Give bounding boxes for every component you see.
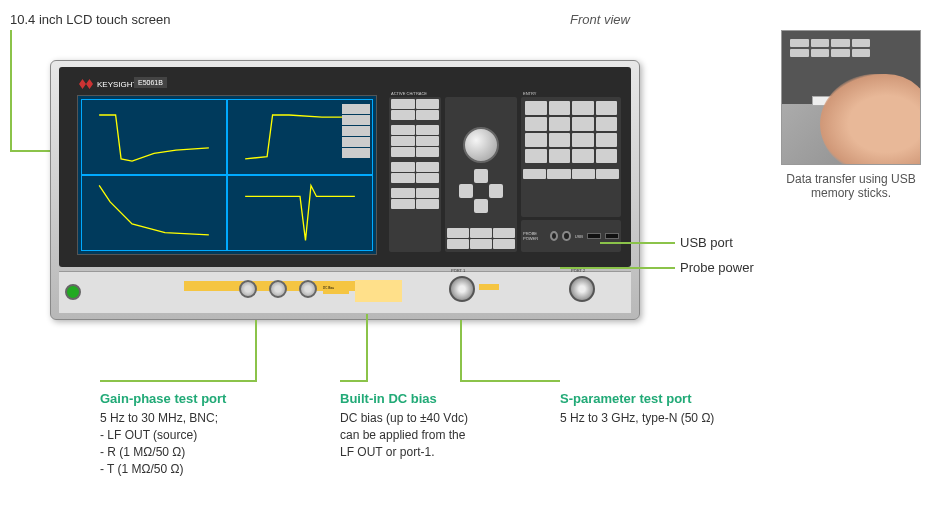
- arrow-up-button[interactable]: [474, 169, 488, 183]
- arrow-right-button[interactable]: [489, 184, 503, 198]
- preset-button[interactable]: [596, 169, 619, 179]
- keypad-key[interactable]: [549, 101, 571, 115]
- keypad-key[interactable]: [549, 149, 571, 163]
- power-button[interactable]: [65, 284, 81, 300]
- dc-bias-label: DC Bias: [323, 286, 349, 294]
- panel-button[interactable]: [447, 228, 469, 238]
- panel-button[interactable]: [391, 147, 415, 157]
- port-1-label: PORT 1: [451, 268, 465, 273]
- bnc-connector-t[interactable]: [239, 280, 257, 298]
- inset-button: [790, 39, 809, 47]
- panel-button[interactable]: [391, 125, 415, 135]
- trace-pane-2[interactable]: [227, 99, 373, 175]
- dc-bias-callout: Built-in DC bias DC bias (up to ±40 Vdc)…: [340, 390, 530, 461]
- lcd-callout-label: 10.4 inch LCD touch screen: [10, 12, 170, 27]
- panel-button[interactable]: [416, 147, 440, 157]
- gain-phase-callout: Gain-phase test port 5 Hz to 30 MHz, BNC…: [100, 390, 300, 477]
- type-n-port-2[interactable]: [569, 276, 595, 302]
- softkey[interactable]: [342, 126, 370, 136]
- front-view-label: Front view: [570, 12, 630, 27]
- panel-button[interactable]: [391, 110, 415, 120]
- panel-button[interactable]: [493, 228, 515, 238]
- trace-pane-1[interactable]: [81, 99, 227, 175]
- panel-button[interactable]: [391, 173, 415, 183]
- keypad-key[interactable]: [596, 149, 618, 163]
- panel-button[interactable]: [416, 188, 440, 198]
- navigation-group: [445, 97, 517, 252]
- usb-port[interactable]: [605, 233, 619, 239]
- panel-button[interactable]: [391, 188, 415, 198]
- keypad-key[interactable]: [572, 117, 594, 131]
- keypad-key[interactable]: [549, 117, 571, 131]
- softkey[interactable]: [342, 148, 370, 158]
- panel-button[interactable]: [493, 239, 515, 249]
- panel-button[interactable]: [416, 125, 440, 135]
- brand-text: KEYSIGHT: [97, 80, 137, 89]
- callout-text: - R (1 MΩ/50 Ω): [100, 444, 300, 461]
- softkey[interactable]: [342, 137, 370, 147]
- callout-line: [560, 267, 675, 269]
- keypad-key[interactable]: [596, 101, 618, 115]
- dc-bias-indicator: [479, 284, 499, 290]
- panel-button[interactable]: [470, 228, 492, 238]
- arrow-left-button[interactable]: [459, 184, 473, 198]
- panel-button[interactable]: [416, 99, 440, 109]
- bnc-connector-lfout[interactable]: [299, 280, 317, 298]
- keypad-key[interactable]: [525, 117, 547, 131]
- keypad-key[interactable]: [525, 149, 547, 163]
- panel-button[interactable]: [547, 169, 570, 179]
- softkey[interactable]: [342, 104, 370, 114]
- type-n-port-1[interactable]: [449, 276, 475, 302]
- rotary-knob[interactable]: [463, 127, 499, 163]
- inset-button: [831, 49, 850, 57]
- inset-button: [811, 49, 830, 57]
- keypad-key[interactable]: [525, 133, 547, 147]
- probe-usb-group: PROBE POWER USB: [521, 220, 621, 252]
- keypad-key[interactable]: [525, 101, 547, 115]
- inset-button: [811, 39, 830, 47]
- panel-button[interactable]: [391, 199, 415, 209]
- trace-pane-3[interactable]: [81, 175, 227, 251]
- caution-label: [355, 280, 402, 302]
- callout-line: [366, 314, 368, 380]
- trace-pane-4[interactable]: [227, 175, 373, 251]
- usb-port[interactable]: [587, 233, 601, 239]
- panel-button[interactable]: [391, 162, 415, 172]
- probe-power-jack[interactable]: [550, 231, 559, 241]
- callout-line: [100, 380, 257, 382]
- keypad-key[interactable]: [572, 149, 594, 163]
- panel-button[interactable]: [447, 239, 469, 249]
- keypad-key[interactable]: [572, 101, 594, 115]
- keypad-key[interactable]: [596, 133, 618, 147]
- probe-power-jack[interactable]: [562, 231, 571, 241]
- keypad-key[interactable]: [572, 133, 594, 147]
- panel-button[interactable]: [416, 173, 440, 183]
- callout-text: DC bias (up to ±40 Vdc): [340, 410, 530, 427]
- keypad-key[interactable]: [549, 133, 571, 147]
- arrow-down-button[interactable]: [474, 199, 488, 213]
- softkey[interactable]: [342, 115, 370, 125]
- usb-label: USB: [575, 234, 583, 239]
- panel-button[interactable]: [416, 162, 440, 172]
- panel-button[interactable]: [391, 99, 415, 109]
- callout-title: S-parameter test port: [560, 390, 780, 408]
- panel-button[interactable]: [416, 199, 440, 209]
- lcd-touchscreen[interactable]: [77, 95, 377, 255]
- callout-line: [600, 242, 675, 244]
- group-label: ENTRY: [523, 91, 536, 96]
- panel-button[interactable]: [572, 169, 595, 179]
- panel-button[interactable]: [416, 136, 440, 146]
- brand-logo: KEYSIGHT: [79, 79, 137, 89]
- front-panel-controls: ACTIVE CH/TRACE: [389, 92, 624, 257]
- group-label: ACTIVE CH/TRACE: [391, 91, 427, 96]
- bnc-connector-r[interactable]: [269, 280, 287, 298]
- panel-button[interactable]: [416, 110, 440, 120]
- arrow-pad: [459, 169, 503, 213]
- panel-button[interactable]: [523, 169, 546, 179]
- keypad-key[interactable]: [596, 117, 618, 131]
- callout-text: LF OUT or port-1.: [340, 444, 530, 461]
- callout-text: can be applied from the: [340, 427, 530, 444]
- panel-button[interactable]: [391, 136, 415, 146]
- panel-button[interactable]: [470, 239, 492, 249]
- callout-line: [10, 30, 12, 150]
